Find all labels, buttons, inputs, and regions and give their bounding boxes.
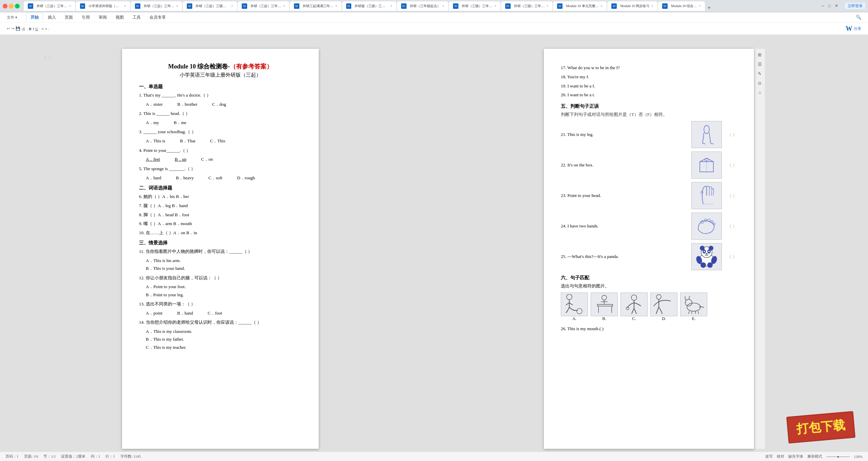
menu-file[interactable]: 文件 ▾: [7, 15, 17, 20]
status-pages: 页面: 1/6: [24, 454, 38, 459]
q22-text: 22. It's on the box.: [561, 162, 686, 168]
tab-start[interactable]: 开始: [26, 13, 43, 22]
tab-11[interactable]: WModule 10 单元完整…×: [553, 1, 607, 11]
match-b: B.: [591, 293, 618, 321]
save-icon[interactable]: 💾: [16, 26, 20, 31]
zoom-slider[interactable]: ────●────: [826, 455, 850, 459]
separator-2: |: [39, 27, 40, 31]
q4: 4. Point to your______.（ ）: [139, 147, 302, 154]
tab-page[interactable]: 页面: [61, 13, 77, 22]
browser-controls: ─ □ ✕ 立即登录: [821, 3, 865, 9]
tab-reference[interactable]: 引用: [78, 13, 94, 22]
sidebar-icon-4[interactable]: ⊙: [756, 80, 763, 87]
tab-insert[interactable]: 插入: [44, 13, 60, 22]
q1-b: B．brother: [177, 100, 197, 108]
q21-blank: （ ）: [727, 132, 737, 138]
toolbar-ribbon: ↩ ↪ 💾 🖨 | B I U | ≡ ≡ | W 分享: [0, 23, 868, 35]
q6: 6. 她的（ ）A．his B．her: [139, 193, 302, 200]
tab-4[interactable]: W外研（三起）三级必…×: [183, 1, 237, 11]
q4-c: C．on: [201, 155, 213, 163]
tab-9[interactable]: W外研（三级）三年…×: [449, 1, 500, 11]
q13-b: B．hand: [177, 309, 193, 317]
tab-6[interactable]: W外研三起满满三年…×: [290, 1, 341, 11]
q12-b: B．Point to your leg.: [146, 291, 302, 299]
tab-10[interactable]: W外研（三级）三年…×: [501, 1, 553, 11]
separator-1: |: [27, 27, 27, 31]
status-mode2[interactable]: 校对: [777, 454, 784, 459]
wps-logo: W: [846, 25, 852, 33]
close-icon[interactable]: ✕: [835, 3, 838, 8]
underline-btn[interactable]: U: [35, 27, 38, 31]
sidebar-icon-2[interactable]: ☰: [756, 61, 763, 68]
status-compat: 兼容模式: [807, 454, 822, 459]
sidebar-icon-1[interactable]: ⊞: [756, 52, 763, 58]
undo-icon[interactable]: ↩: [7, 26, 10, 31]
section5-header: 五、判断句子正误: [561, 103, 737, 109]
share-btn[interactable]: 分享: [854, 26, 861, 31]
tab-5[interactable]: W外研（三起）三年…×: [238, 1, 289, 11]
q9: 9. 嘴（ ）A．arm B．mouth: [139, 220, 302, 227]
tab-12[interactable]: WModule 10 周步练习×: [607, 1, 657, 11]
search-icon[interactable]: 🔍: [856, 15, 861, 20]
tab-1[interactable]: W外研（三起）三年…×: [24, 1, 75, 11]
window-min-btn[interactable]: [9, 4, 14, 8]
q14-a: A．This is my classroom.: [146, 327, 302, 335]
match-img-a: [561, 293, 588, 316]
q25-row: 25. ---What's this?---It's a panda.: [561, 243, 737, 270]
tab-tools[interactable]: 工具: [129, 13, 145, 22]
zoom-level: 130%: [854, 455, 863, 459]
align-left-icon[interactable]: ≡: [41, 27, 43, 31]
q11-a: A．This is his arm.: [146, 257, 302, 264]
svg-point-16: [706, 253, 708, 255]
status-mode1[interactable]: 改写: [765, 454, 773, 459]
q13-options: A．point B．hand C．foot: [146, 309, 302, 317]
bold-btn[interactable]: B: [29, 27, 31, 31]
new-tab-button[interactable]: +: [706, 5, 713, 11]
tab-2[interactable]: W小学英语外研版（三…×: [76, 1, 130, 11]
q1-options: A．sister B．brother C．dog: [146, 100, 302, 108]
q1: 1. That's my ______. He's a doctor.（ ）: [139, 92, 302, 99]
tab-3[interactable]: W外研（三起）三年…×: [131, 1, 182, 11]
section5-desc: 判断下列句子或对话与所给图片是（T）否（F）相符。: [561, 112, 737, 118]
q20: 20. I want to be a t.: [561, 92, 737, 99]
q2: 2. This is ______ head.（ ）: [139, 110, 302, 117]
sidebar-icon-5[interactable]: ☆: [756, 89, 763, 96]
q10: 10. 在……上（ ）A．on B．in: [139, 229, 302, 237]
q5-b: B．heavy: [176, 174, 194, 182]
match-img-e: [680, 293, 707, 316]
q7: 7. 腿（ ）A．leg B．hand: [139, 202, 302, 209]
svg-point-39: [685, 299, 692, 306]
italic-btn[interactable]: I: [33, 27, 34, 31]
align-center-icon[interactable]: ≡: [45, 27, 47, 31]
minimize-icon[interactable]: ─: [821, 3, 824, 8]
login-btn[interactable]: 立即登录: [845, 3, 865, 9]
tab-7[interactable]: W外研版（三级）三年…×: [342, 1, 396, 11]
maximize-icon[interactable]: □: [828, 3, 831, 8]
right-doc-page: 17. What do you w to be in the f? 18. Yo…: [544, 49, 754, 449]
match-a: A.: [561, 293, 588, 321]
q14: 14. 当你想介绍你的老师给父母认识时，你应该说：______（ ）: [139, 319, 302, 326]
match-images-row: A. B: [561, 293, 737, 321]
tab-review[interactable]: 审阅: [95, 13, 111, 22]
tab-13-active[interactable]: WModule 10 综合…×: [658, 1, 705, 11]
match-label-b: B.: [591, 316, 618, 321]
left-panel: ⋮⋮ Module 10 综合检测卷-（有参考答案） 小学英语三年级上册外研版（…: [0, 35, 441, 461]
tab-view[interactable]: 视图: [112, 13, 128, 22]
redo-icon[interactable]: ↪: [11, 26, 14, 31]
window-close-btn[interactable]: [3, 4, 7, 8]
q13-c: C．foot: [208, 309, 222, 317]
window-max-btn[interactable]: [15, 4, 20, 8]
print-icon[interactable]: 🖨: [22, 27, 25, 31]
tab-8[interactable]: W外研（三年级起点）×: [397, 1, 449, 11]
doc-title: Module 10 综合检测卷-（有参考答案）: [139, 62, 302, 71]
match-img-b: [591, 293, 618, 316]
q22-blank: （ ）: [727, 162, 737, 168]
sidebar-icon-3[interactable]: ✎: [756, 71, 763, 77]
svg-point-19: [701, 262, 706, 268]
right-panel: 17. What do you w to be in the f? 18. Yo…: [441, 35, 868, 461]
q3-c: C．This: [210, 137, 225, 145]
status-missing-font[interactable]: 缺失字体: [788, 454, 803, 459]
q12-options: A．Point to your foot. B．Point to your le…: [146, 283, 302, 299]
tab-member[interactable]: 会员专享: [145, 13, 170, 22]
svg-point-29: [602, 295, 607, 300]
